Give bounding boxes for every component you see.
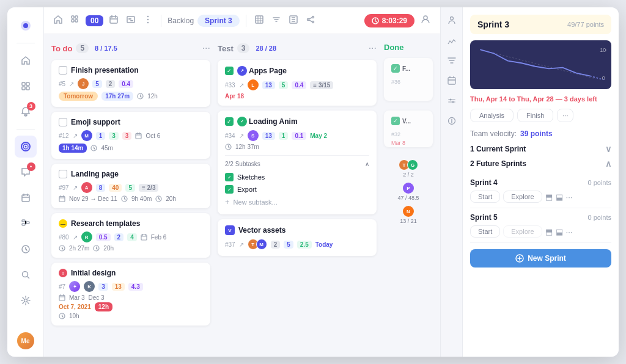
rp-icon-user[interactable] bbox=[444, 12, 460, 30]
task-date-range: Nov 29 → Dec 11 bbox=[69, 195, 117, 202]
svg-point-8 bbox=[24, 146, 26, 148]
sidebar-item-home[interactable] bbox=[15, 49, 37, 71]
task-priority-icon: ↗ bbox=[73, 184, 78, 191]
todo-more-icon[interactable]: ··· bbox=[202, 43, 210, 54]
toolbar-calendar-icon[interactable] bbox=[107, 13, 120, 28]
subtask-collapse-icon[interactable]: ∧ bbox=[365, 161, 369, 167]
sprint-actions: Analysis Finish ··· bbox=[470, 109, 611, 122]
subtask-add-button[interactable]: + New subtask... bbox=[225, 195, 369, 208]
timer-button[interactable]: 8:03:29 bbox=[364, 14, 414, 27]
sidebar-item-target[interactable] bbox=[15, 136, 37, 158]
more-actions-button[interactable]: ··· bbox=[557, 109, 573, 122]
done-count-1: 2 / 2 bbox=[403, 172, 414, 178]
task-initial-design[interactable]: ! Initial design #7 ✦ K 3 13 4.3 M bbox=[51, 263, 210, 326]
toolbar-list-icon[interactable] bbox=[287, 13, 300, 28]
task-checkbox-checked[interactable]: ✓ bbox=[225, 67, 234, 75]
toolbar-gantt-icon[interactable] bbox=[124, 13, 138, 28]
sidebar-item-board[interactable] bbox=[15, 75, 37, 97]
svg-text:100: 100 bbox=[600, 47, 606, 53]
svg-point-15 bbox=[24, 299, 27, 302]
rp-icon-info[interactable] bbox=[444, 113, 460, 131]
subtask-item-sketches[interactable]: ✓ Sketches bbox=[225, 171, 369, 183]
avatar-4: N bbox=[403, 206, 414, 217]
task-avatars-group: T M bbox=[248, 239, 267, 250]
tag-c: 4 bbox=[127, 233, 137, 241]
toolbar-sort-icon[interactable] bbox=[270, 13, 283, 28]
rp-icon-filter[interactable] bbox=[444, 53, 460, 70]
tag-sub: ≡ 3/15 bbox=[310, 81, 333, 89]
time-spent: 2h 27m bbox=[69, 245, 89, 252]
toolbar-more-icon[interactable] bbox=[141, 13, 155, 28]
sprint4-copy-icon[interactable]: ⬓ bbox=[556, 192, 563, 202]
rp-icon-settings[interactable] bbox=[444, 93, 460, 111]
task-checkbox-checked[interactable]: ✓ bbox=[225, 117, 234, 126]
toolbar-user-icon[interactable] bbox=[418, 12, 433, 29]
time-estimate: 12h bbox=[147, 93, 158, 100]
done-card-2[interactable]: ✓ V... #32 Mar 8 bbox=[384, 111, 433, 147]
finish-button[interactable]: Finish bbox=[517, 109, 553, 122]
task-checkbox[interactable] bbox=[59, 66, 67, 75]
sprint5-more-icon[interactable]: ··· bbox=[566, 227, 573, 236]
test-column-title: Test bbox=[218, 44, 234, 53]
svg-point-26 bbox=[147, 22, 149, 23]
task-title: Research templates bbox=[71, 219, 140, 228]
sidebar-logo[interactable] bbox=[15, 15, 37, 37]
toolbar-sprint-tab[interactable]: Sprint 3 bbox=[197, 15, 240, 27]
analysis-button[interactable]: Analysis bbox=[470, 109, 514, 122]
sidebar-item-chat[interactable]: • bbox=[15, 161, 37, 183]
task-apps-page[interactable]: ✓ ↗ Apps Page #33 ↗ L 13 5 0.4 ≡ 3/15 bbox=[218, 60, 377, 106]
sprint5-explore-btn[interactable]: Explore bbox=[503, 225, 542, 238]
task-checkbox[interactable] bbox=[59, 170, 67, 178]
toolbar-backlog-label[interactable]: Backlog bbox=[168, 16, 194, 25]
sprint4-more-icon[interactable]: ··· bbox=[566, 192, 573, 202]
task-checkbox[interactable] bbox=[59, 118, 67, 126]
task-finish-presentation[interactable]: Finish presentation #5 ↗ J 5 2 0.4 Tomor… bbox=[51, 60, 210, 107]
subtask-item-export[interactable]: ✓ Export bbox=[225, 183, 369, 195]
test-more-icon[interactable]: ··· bbox=[369, 43, 377, 54]
sidebar-separator bbox=[17, 43, 35, 43]
right-panel-icons bbox=[440, 7, 462, 357]
sprint5-start-btn[interactable]: Start bbox=[470, 225, 500, 238]
toolbar-share-icon[interactable] bbox=[304, 13, 317, 28]
current-sprint-toggle[interactable]: ∨ bbox=[605, 144, 611, 154]
toolbar-board-icon[interactable] bbox=[68, 13, 82, 28]
toolbar-home-icon[interactable] bbox=[51, 13, 65, 28]
task-title: Initial design bbox=[71, 269, 116, 277]
sidebar-item-bell[interactable]: 3 bbox=[15, 101, 37, 123]
subtask-label: Export bbox=[237, 186, 257, 193]
rp-icon-calendar[interactable] bbox=[444, 73, 460, 90]
task-vector-assets[interactable]: V Vector assets #37 ↗ T M 2 5 2.5 bbox=[218, 219, 377, 256]
test-progress: 28 / 28 bbox=[256, 45, 276, 52]
task-emoji-support[interactable]: Emoji support #12 ↗ M 1 3 3 Oct 6 1h 14m bbox=[51, 112, 210, 159]
sprint5-copy-icon[interactable]: ⬓ bbox=[556, 227, 563, 236]
task-loading-anim[interactable]: ✓ ✓ Loading Anim #34 ↗ S 13 1 0.1 May 2 bbox=[218, 111, 377, 214]
toolbar-grid-icon[interactable] bbox=[252, 13, 266, 28]
sidebar-item-search[interactable] bbox=[15, 264, 37, 286]
sprint4-start-btn[interactable]: Start bbox=[470, 191, 500, 203]
sidebar-item-settings[interactable] bbox=[15, 289, 37, 311]
new-sprint-button[interactable]: New Sprint bbox=[470, 249, 611, 268]
done-card-1[interactable]: ✓ F... #36 bbox=[384, 58, 433, 101]
task-research-templates[interactable]: — Research templates #80 ↗ R 0.5 2 4 Feb… bbox=[51, 213, 210, 258]
task-priority-icon: ↗ bbox=[69, 81, 74, 87]
sidebar-item-clock[interactable] bbox=[15, 238, 37, 260]
sprint5-export-icon[interactable]: ⬒ bbox=[545, 227, 553, 236]
svg-rect-49 bbox=[448, 101, 455, 103]
future-sprint-toggle[interactable]: ∧ bbox=[605, 159, 611, 169]
test-column: Test 3 28 / 28 ··· ✓ ↗ Apps Page bbox=[218, 42, 377, 349]
sprint-points: 49/77 points bbox=[567, 21, 604, 28]
svg-rect-5 bbox=[26, 87, 29, 90]
time-spent: 17h 27m bbox=[101, 92, 133, 101]
toolbar-sprint-badge[interactable]: 00 bbox=[86, 15, 103, 26]
sidebar-item-hierarchy[interactable] bbox=[15, 213, 37, 235]
sidebar-item-calendar[interactable] bbox=[15, 187, 37, 209]
rp-icon-chart[interactable] bbox=[444, 32, 460, 50]
sprint4-export-icon[interactable]: ⬒ bbox=[545, 192, 553, 202]
task-type-icon: ↗ bbox=[237, 66, 247, 76]
task-landing-page[interactable]: Landing page #97 ↗ A 8 40 5 ≡ 2/3 Nov 29… bbox=[51, 164, 210, 208]
task-id: #5 bbox=[59, 81, 65, 87]
svg-rect-9 bbox=[22, 195, 29, 202]
user-avatar[interactable]: Me bbox=[17, 332, 34, 349]
sprint4-explore-btn[interactable]: Explore bbox=[503, 191, 542, 203]
right-side-wrapper: Sprint 3 49/77 points 100 0 Thu, Apr bbox=[440, 7, 619, 357]
